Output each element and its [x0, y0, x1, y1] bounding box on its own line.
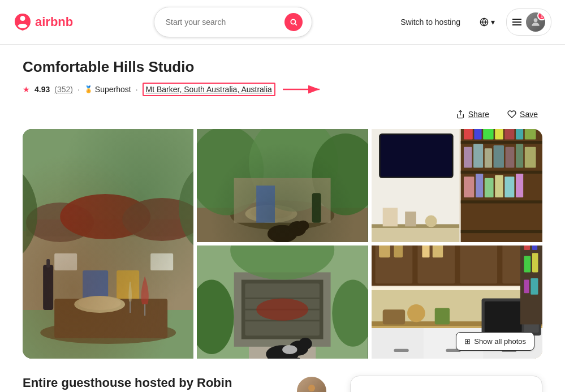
- notification-badge: 1: [537, 12, 545, 20]
- photo-main-image: [23, 129, 193, 359]
- rating-score: 4.93: [34, 85, 50, 94]
- listing-title: Comfortable Hills Studio: [23, 58, 542, 76]
- share-icon: [456, 110, 465, 119]
- svg-rect-130: [524, 280, 529, 294]
- svg-rect-74: [372, 226, 459, 242]
- svg-rect-57: [464, 147, 472, 168]
- globe-icon: [480, 18, 489, 27]
- host-info: Entire guesthouse hosted by Robin 3 gues…: [23, 376, 273, 392]
- svg-rect-19: [54, 299, 167, 338]
- svg-rect-129: [532, 253, 538, 272]
- svg-rect-106: [394, 245, 403, 257]
- svg-rect-54: [504, 129, 514, 139]
- medal-icon: 🏅: [84, 85, 93, 93]
- svg-rect-14: [83, 270, 108, 310]
- svg-rect-109: [372, 286, 542, 290]
- search-bar[interactable]: Start your search: [154, 7, 312, 37]
- main-content: Comfortable Hills Studio ★ 4.93 (352) · …: [0, 45, 565, 392]
- heart-icon: [507, 110, 516, 119]
- superhost-badge: 🏅 Superhost: [84, 85, 131, 94]
- svg-point-87: [256, 298, 308, 320]
- svg-rect-68: [504, 176, 514, 197]
- svg-point-4: [534, 18, 538, 22]
- svg-rect-66: [484, 178, 493, 197]
- svg-rect-8: [23, 129, 193, 359]
- svg-rect-15: [117, 270, 139, 310]
- photo-main[interactable]: [23, 129, 193, 359]
- photo-top-mid[interactable]: [197, 129, 368, 242]
- svg-rect-9: [23, 231, 193, 310]
- language-button[interactable]: ▾: [474, 13, 501, 31]
- svg-rect-23: [46, 259, 50, 268]
- superhost-label: Superhost: [95, 85, 131, 94]
- svg-point-18: [40, 321, 176, 344]
- review-count[interactable]: (352): [54, 85, 73, 94]
- svg-point-98: [282, 345, 297, 354]
- svg-point-21: [78, 296, 121, 310]
- switch-to-hosting-button[interactable]: Switch to hosting: [393, 12, 468, 32]
- svg-point-132: [308, 385, 315, 391]
- separator-dot-1: ·: [77, 85, 80, 94]
- svg-rect-56: [524, 129, 536, 139]
- search-button[interactable]: [284, 13, 303, 31]
- location-link[interactable]: Mt Barker, South Australia, Australia: [143, 83, 275, 96]
- svg-point-123: [407, 304, 425, 322]
- rating-row: ★ 4.93 (352) · 🏅 Superhost · Mt Barker, …: [23, 81, 542, 97]
- svg-point-78: [425, 216, 437, 227]
- host-title: Entire guesthouse hosted by Robin: [23, 376, 273, 390]
- svg-rect-48: [460, 200, 542, 203]
- host-avatar-wrapper: [296, 376, 327, 392]
- svg-rect-105: [379, 245, 390, 257]
- svg-rect-61: [505, 147, 514, 168]
- svg-line-1: [295, 24, 297, 25]
- svg-rect-122: [382, 309, 404, 324]
- header: airbnb Start your search Switch to hosti…: [0, 0, 565, 45]
- photo-bot-right[interactable]: ⊞ Show all photos: [372, 245, 542, 359]
- airbnb-logo[interactable]: airbnb: [14, 13, 73, 31]
- actions-row: Share Save: [23, 106, 542, 122]
- svg-rect-46: [460, 141, 542, 144]
- svg-point-34: [251, 205, 292, 219]
- svg-rect-17: [150, 253, 173, 270]
- svg-rect-64: [464, 176, 474, 197]
- svg-rect-59: [484, 148, 491, 167]
- show-all-photos-button[interactable]: ⊞ Show all photos: [456, 332, 534, 351]
- photo-top-right[interactable]: [372, 129, 542, 242]
- price-amount: $95.00: [364, 390, 402, 392]
- svg-rect-126: [524, 245, 530, 250]
- hamburger-icon: [512, 19, 521, 25]
- svg-point-93: [299, 338, 312, 350]
- save-button[interactable]: Save: [503, 106, 542, 122]
- share-button[interactable]: Share: [451, 106, 494, 122]
- svg-point-12: [60, 194, 150, 239]
- user-menu-button[interactable]: 1: [506, 8, 551, 36]
- host-avatar: [296, 376, 327, 392]
- svg-point-43: [297, 221, 309, 231]
- svg-point-0: [291, 19, 295, 24]
- svg-rect-16: [54, 253, 77, 270]
- svg-rect-63: [524, 147, 536, 168]
- bottom-section: Entire guesthouse hosted by Robin 3 gues…: [23, 376, 542, 392]
- svg-point-20: [74, 296, 125, 313]
- avatar: 1: [526, 12, 545, 32]
- search-icon: [290, 18, 297, 26]
- photo-bot-mid[interactable]: [197, 245, 368, 359]
- svg-point-13: [122, 198, 193, 241]
- annotation-arrow: [280, 81, 325, 97]
- svg-rect-51: [474, 129, 481, 139]
- svg-rect-39: [256, 186, 275, 223]
- grid-icon: ⊞: [464, 337, 471, 346]
- photo-bot-mid-image: [197, 245, 368, 359]
- star-icon: ★: [23, 85, 30, 94]
- svg-rect-62: [516, 144, 523, 167]
- svg-rect-30: [197, 129, 368, 242]
- save-label: Save: [520, 110, 538, 119]
- svg-rect-50: [464, 129, 473, 139]
- svg-rect-113: [372, 328, 424, 359]
- svg-point-33: [245, 205, 297, 223]
- svg-rect-120: [484, 301, 521, 333]
- svg-rect-108: [432, 245, 442, 257]
- pricing-card: $95.00 / night ★ 4.93 (352): [350, 376, 542, 392]
- svg-point-36: [249, 129, 338, 212]
- svg-rect-52: [483, 129, 493, 139]
